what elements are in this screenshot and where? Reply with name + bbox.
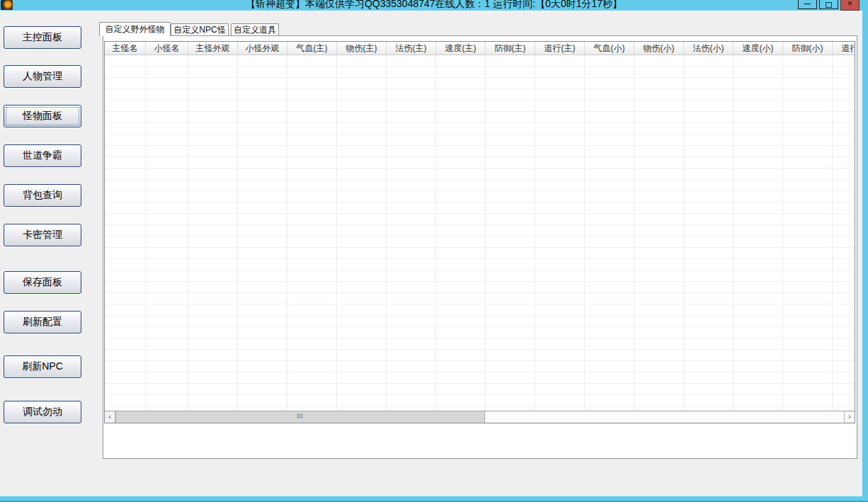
column-gridline [782, 55, 783, 411]
column-gridline [733, 55, 733, 411]
close-icon: ✕ [847, 0, 853, 7]
column-header-10[interactable]: 道行(主) [535, 42, 585, 55]
column-header-5[interactable]: 气血(主) [287, 42, 337, 55]
column-gridline [832, 55, 833, 411]
column-header-8[interactable]: 速度(主) [436, 42, 486, 55]
sidebar-button-main-control-panel[interactable]: 主控面板 [4, 26, 81, 49]
close-button[interactable]: ✕ [840, 0, 860, 11]
sidebar-button-world-hegemony[interactable]: 世道争霸 [4, 144, 81, 167]
column-gridline [683, 55, 684, 411]
scrollbar-grip-icon: lll [297, 413, 304, 420]
column-gridline [435, 55, 436, 411]
tab-custom-wild-monster[interactable]: 自定义野外怪物 [99, 22, 171, 36]
column-gridline [535, 55, 535, 411]
column-header-15[interactable]: 防御(小) [783, 42, 833, 55]
column-header-13[interactable]: 法伤(小) [684, 42, 733, 55]
sidebar-button-debug-do-not-touch[interactable]: 调试勿动 [4, 401, 81, 423]
minimize-button[interactable]: — [798, 0, 817, 9]
column-gridline [287, 55, 287, 411]
sidebar-button-monster-panel[interactable]: 怪物面板 [4, 105, 81, 127]
titlebar-divider [0, 11, 862, 12]
column-header-14[interactable]: 速度(小) [733, 42, 783, 55]
app-icon[interactable] [1, 0, 13, 10]
column-gridline [584, 55, 585, 411]
column-gridline [188, 55, 188, 411]
column-gridline [145, 55, 146, 411]
titlebar[interactable]: 【斩神超变】本端仅供学习QQ3353048747在线人数：1 运行时间:【0天0… [0, 0, 868, 11]
column-header-16[interactable]: 道行(小) [833, 42, 855, 55]
sidebar-button-card-key-management[interactable]: 卡密管理 [4, 224, 81, 246]
column-header-1[interactable]: 主怪名 [105, 42, 146, 55]
sidebar-button-refresh-config[interactable]: 刷新配置 [4, 311, 81, 333]
scroll-left-button[interactable]: ‹ [105, 411, 115, 423]
sidebar-button-refresh-npc[interactable]: 刷新NPC [4, 355, 81, 378]
tab-custom-item[interactable]: 自定义道具 [231, 23, 279, 35]
column-header-2[interactable]: 小怪名 [146, 42, 188, 55]
maximize-icon [826, 2, 832, 8]
monster-table-header-row: 主怪名小怪名主怪外观小怪外观气血(主)物伤(主)法伤(主)速度(主)防御(主)道… [105, 42, 855, 55]
monster-table: 主怪名小怪名主怪外观小怪外观气血(主)物伤(主)法伤(主)速度(主)防御(主)道… [104, 41, 855, 423]
column-header-3[interactable]: 主怪外观 [188, 42, 238, 55]
column-header-4[interactable]: 小怪外观 [238, 42, 287, 55]
sidebar-button-backpack-query[interactable]: 背包查询 [4, 184, 81, 207]
tab-panel-custom-wild-monster: 主怪名小怪名主怪外观小怪外观气血(主)物伤(主)法伤(主)速度(主)防御(主)道… [103, 35, 857, 459]
column-gridline [336, 55, 337, 411]
column-header-11[interactable]: 气血(小) [585, 42, 634, 55]
column-header-7[interactable]: 法伤(主) [387, 42, 436, 55]
column-gridline [386, 55, 387, 411]
scroll-right-button[interactable]: › [844, 411, 855, 423]
sidebar-button-save-panel[interactable]: 保存面板 [4, 271, 81, 294]
tab-custom-npc-monster[interactable]: 自定义NPC怪物 [171, 23, 229, 35]
column-gridline [634, 55, 634, 411]
window-title: 【斩神超变】本端仅供学习QQ3353048747在线人数：1 运行时间:【0天0… [0, 0, 868, 10]
window-border-right [862, 0, 868, 502]
column-header-12[interactable]: 物伤(小) [634, 42, 684, 55]
scroll-right-icon: › [848, 412, 851, 421]
sidebar-button-character-management[interactable]: 人物管理 [4, 65, 81, 88]
scrollbar-thumb[interactable]: lll [115, 411, 485, 423]
monster-table-body[interactable] [105, 55, 855, 411]
minimize-icon: — [804, 0, 811, 7]
column-header-9[interactable]: 防御(主) [486, 42, 535, 55]
column-gridline [237, 55, 238, 411]
horizontal-scrollbar[interactable]: ‹ lll › [105, 411, 855, 423]
scroll-left-icon: ‹ [108, 412, 111, 421]
column-header-6[interactable]: 物伤(主) [337, 42, 387, 55]
column-gridline [485, 55, 486, 411]
maximize-button[interactable] [819, 0, 838, 9]
